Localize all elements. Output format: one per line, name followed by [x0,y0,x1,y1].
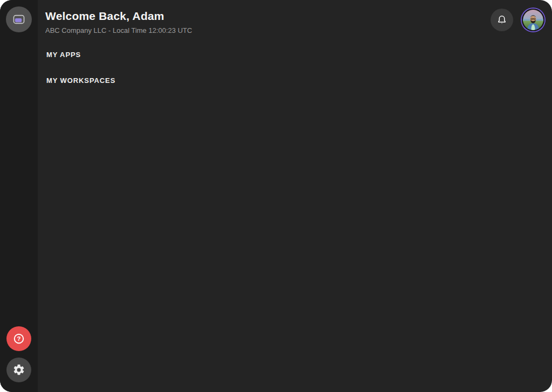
gear-icon [12,363,25,376]
header-titles: Welcome Back, Adam ABC Company LLC - Loc… [45,8,192,34]
help-icon [12,332,26,346]
app-window: Welcome Back, Adam ABC Company LLC - Loc… [0,0,552,392]
header-actions [491,9,544,31]
sidebar [0,0,38,392]
help-button[interactable] [6,326,31,351]
user-avatar[interactable] [522,9,544,31]
company-local-time: ABC Company LLC - Local Time 12:00:23 UT… [45,26,192,34]
main-content: Welcome Back, Adam ABC Company LLC - Loc… [38,0,552,392]
my-workspaces-heading: MY WORKSPACES [46,76,544,85]
workspaces-icon [12,12,26,26]
my-apps-heading: MY APPS [46,51,544,59]
bell-icon [496,14,508,26]
page-title: Welcome Back, Adam [45,10,192,23]
avatar-photo [523,10,543,30]
sidebar-item-workspaces[interactable] [6,6,32,32]
notifications-button[interactable] [491,9,513,31]
settings-button[interactable] [6,358,31,382]
header: Welcome Back, Adam ABC Company LLC - Loc… [45,8,544,34]
